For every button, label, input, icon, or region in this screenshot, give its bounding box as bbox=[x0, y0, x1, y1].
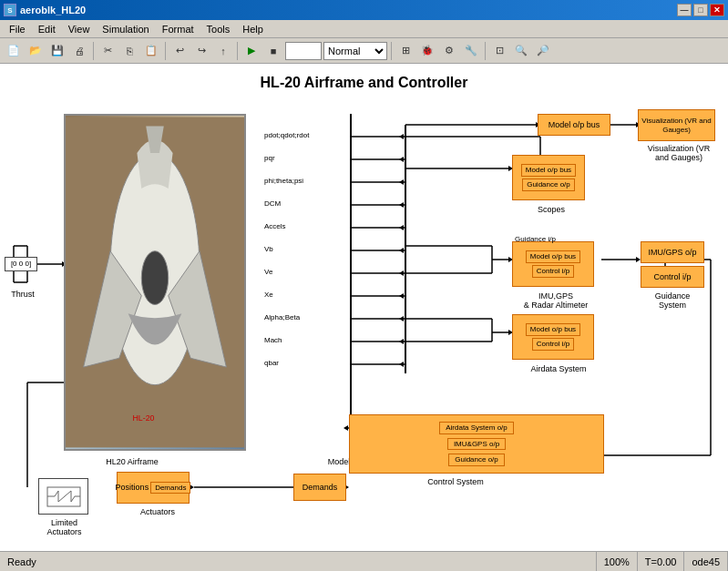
cs-guidance-op: Guidance o/p bbox=[448, 454, 505, 466]
sep3 bbox=[237, 42, 238, 60]
svg-marker-16 bbox=[399, 225, 404, 230]
signal-dcm: DCM bbox=[264, 199, 281, 208]
cs-airdata-op: Airdata System o/p bbox=[439, 422, 514, 434]
menu-simulation[interactable]: Simulation bbox=[97, 23, 154, 36]
zoom-out-button[interactable]: 🔎 bbox=[533, 41, 553, 61]
debug-button[interactable]: 🐞 bbox=[417, 41, 437, 61]
scopes-block[interactable]: Model o/p bus Guidance o/p bbox=[512, 155, 585, 200]
undo-button[interactable]: ↩ bbox=[169, 41, 190, 61]
status-solver: ode45 bbox=[684, 552, 728, 571]
signal-vb: Vb bbox=[264, 245, 273, 253]
scopes-guidance-op: Guidance o/p bbox=[522, 178, 575, 191]
svg-text:HL-20: HL-20 bbox=[133, 413, 155, 423]
svg-marker-19 bbox=[399, 293, 404, 299]
close-button[interactable]: ✕ bbox=[710, 4, 724, 16]
svg-marker-55 bbox=[343, 425, 348, 431]
imu-gps-op-block[interactable]: IMU/GPS o/p bbox=[641, 241, 704, 263]
thrust-label: Thrust bbox=[5, 290, 41, 299]
diagram-canvas[interactable]: HL-20 Airframe and Controller bbox=[0, 64, 728, 551]
sim-mode-select[interactable]: Normal Accelerator Rapid Accelerator bbox=[323, 42, 387, 60]
sep1 bbox=[93, 42, 94, 60]
control-system-label: Control System bbox=[410, 477, 501, 486]
limited-actuators-block[interactable] bbox=[38, 478, 88, 515]
signal-accels: Accels bbox=[264, 222, 286, 230]
demands-inner: Demands bbox=[150, 482, 190, 495]
sep2 bbox=[165, 42, 166, 60]
signal-pqr: pqr bbox=[264, 154, 275, 162]
svg-marker-14 bbox=[399, 179, 404, 185]
svg-point-75 bbox=[141, 251, 168, 305]
actuators-block[interactable]: Positions Demands bbox=[117, 472, 190, 504]
window-title: aeroblk_HL20 bbox=[20, 5, 86, 15]
library-button[interactable]: ⊞ bbox=[395, 41, 415, 61]
svg-line-79 bbox=[55, 491, 58, 496]
rtwbuild-button[interactable]: 🔧 bbox=[461, 41, 481, 61]
maximize-button[interactable]: □ bbox=[693, 4, 708, 16]
scopes-label: Scopes bbox=[524, 205, 579, 214]
signal-xe: Xe bbox=[264, 291, 273, 299]
signal-mach: Mach bbox=[264, 336, 282, 344]
cut-button[interactable]: ✂ bbox=[97, 41, 118, 61]
save-button[interactable]: 💾 bbox=[47, 41, 67, 61]
imu-gps-block[interactable]: Model o/p bus Control i/p bbox=[512, 241, 594, 287]
svg-marker-21 bbox=[399, 339, 404, 344]
thrust-input-block[interactable]: [0 0 0] bbox=[5, 257, 37, 271]
paste-button[interactable]: 📋 bbox=[141, 41, 161, 61]
menu-format[interactable]: Format bbox=[157, 23, 200, 36]
zoom-in-button[interactable]: 🔍 bbox=[511, 41, 531, 61]
status-zoom: 100% bbox=[597, 552, 638, 571]
svg-line-83 bbox=[71, 496, 75, 502]
airdata-model-bus: Model o/p bus bbox=[526, 323, 580, 336]
menu-file[interactable]: File bbox=[4, 23, 31, 36]
airdata-block[interactable]: Model o/p bus Control i/p bbox=[512, 314, 594, 360]
svg-marker-12 bbox=[399, 134, 404, 139]
control-system-block[interactable]: Airdata System o/p IMU&GPS o/p Guidance … bbox=[349, 414, 604, 474]
cs-imu-gps-op: IMU&GPS o/p bbox=[447, 438, 506, 451]
copy-button[interactable]: ⎘ bbox=[119, 41, 139, 61]
svg-marker-18 bbox=[399, 270, 404, 276]
menu-help[interactable]: Help bbox=[237, 23, 269, 36]
signal-qbar: qbar bbox=[264, 359, 279, 367]
model-advisor-button[interactable]: ⚙ bbox=[439, 41, 459, 61]
signal-pdot: pdot;qdot;rdot bbox=[264, 131, 309, 139]
minimize-button[interactable]: — bbox=[677, 4, 692, 16]
visualization-block[interactable]: Visualization (VR and Gauges) bbox=[638, 109, 715, 141]
sep5 bbox=[485, 42, 486, 60]
status-bar: Ready 100% T=0.00 ode45 bbox=[0, 551, 728, 571]
demands-block[interactable]: Demands bbox=[293, 474, 346, 501]
svg-marker-15 bbox=[399, 202, 404, 208]
sim-time-input[interactable]: 100 bbox=[285, 42, 322, 60]
title-bar: S aeroblk_HL20 — □ ✕ bbox=[0, 0, 728, 20]
status-time: T=0.00 bbox=[638, 552, 685, 571]
toolbar: 📄 📂 💾 🖨 ✂ ⎘ 📋 ↩ ↪ ↑ ▶ ■ 100 Normal Accel… bbox=[0, 38, 728, 64]
signal-phi: phi;theta;psi bbox=[264, 177, 303, 185]
airdata-control-ip: Control i/p bbox=[532, 338, 574, 351]
up-button[interactable]: ↑ bbox=[213, 41, 233, 61]
open-button[interactable]: 📂 bbox=[26, 41, 46, 61]
imu-model-bus: Model o/p bus bbox=[526, 250, 580, 263]
menu-view[interactable]: View bbox=[63, 23, 96, 36]
svg-marker-13 bbox=[399, 157, 404, 162]
menu-edit[interactable]: Edit bbox=[33, 23, 61, 36]
diagram-title: HL-20 Airframe and Controller bbox=[0, 67, 728, 95]
print-button[interactable]: 🖨 bbox=[69, 41, 89, 61]
svg-line-81 bbox=[58, 491, 71, 502]
new-button[interactable]: 📄 bbox=[4, 41, 24, 61]
signal-alpha: Alpha;Beta bbox=[264, 313, 300, 321]
redo-button[interactable]: ↪ bbox=[191, 41, 211, 61]
model-opbus-top-block[interactable]: Model o/p bus bbox=[538, 114, 610, 136]
status-ready: Ready bbox=[0, 552, 597, 571]
zoom-fit-button[interactable]: ⊡ bbox=[489, 41, 509, 61]
imu-gps-label: IMU,GPS& Radar Altimeter bbox=[515, 291, 597, 310]
svg-marker-22 bbox=[399, 362, 404, 367]
menu-tools[interactable]: Tools bbox=[201, 23, 236, 36]
stop-button[interactable]: ■ bbox=[263, 41, 283, 61]
start-button[interactable]: ▶ bbox=[241, 41, 261, 61]
limited-actuators-label: Limited Actuators bbox=[35, 518, 94, 536]
airdata-system-label: Airdata System bbox=[527, 364, 590, 373]
signal-ve: Ve bbox=[264, 268, 272, 276]
control-ip-block[interactable]: Control i/p bbox=[641, 266, 704, 288]
visualization-label: Visualization (VR and Gauges) bbox=[642, 144, 715, 162]
guidance-ip-label: Guidance i/p bbox=[515, 235, 556, 243]
svg-marker-17 bbox=[399, 248, 404, 253]
